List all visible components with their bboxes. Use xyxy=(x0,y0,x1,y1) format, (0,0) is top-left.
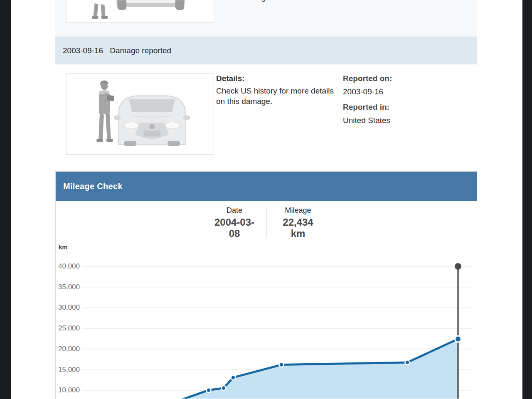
reported-in-value: United States xyxy=(343,115,468,126)
y-axis-tick-label: 15,000 xyxy=(58,365,80,374)
mileage-check-title: Mileage Check xyxy=(63,182,123,191)
headlight-left xyxy=(124,122,139,129)
vehicle-history-report-page: on this damage. 2003-09-16 Damage report… xyxy=(0,0,532,399)
mirror-right xyxy=(183,115,190,120)
brand-logo xyxy=(149,124,155,129)
y-axis-tick-label: 35,000 xyxy=(58,283,80,291)
mileage-chart-area[interactable]: km 40,00035,00030,00025,00020,00015,0001… xyxy=(56,201,477,399)
car-underside xyxy=(116,0,185,10)
previous-section-cropped-text: on this damage. xyxy=(216,0,272,2)
damage-illustration-card xyxy=(66,73,214,155)
clipboard xyxy=(107,95,114,101)
y-axis-tick-label: 40,000 xyxy=(58,262,80,271)
details-label: Details: xyxy=(216,73,342,84)
mileage-check-panel: Mileage Check Date 2004-03- 08 Mileage 2… xyxy=(55,171,477,399)
y-axis-tick-label: 10,000 xyxy=(58,386,80,394)
wheel-right xyxy=(167,141,180,146)
mileage-chart[interactable] xyxy=(56,201,477,399)
details-text: Check US history for more details on thi… xyxy=(216,86,342,106)
damage-event-header: 2003-09-16 Damage reported xyxy=(55,37,477,64)
y-axis-tick-label: 25,000 xyxy=(58,324,80,332)
damage-reported-column: Reported on: 2003-09-16 Reported in: Uni… xyxy=(343,73,468,126)
car-wheel-right xyxy=(175,0,185,10)
right-black-bar xyxy=(522,0,532,399)
y-axis-tick-label: 20,000 xyxy=(58,345,80,353)
wheel-left xyxy=(124,141,136,146)
damage-details-column: Details: Check US history for more detai… xyxy=(216,73,342,106)
reported-on-label: Reported on: xyxy=(343,73,468,84)
mirror-left xyxy=(114,115,121,120)
windshield xyxy=(129,99,175,112)
mileage-check-header: Mileage Check xyxy=(56,172,477,201)
car-front xyxy=(114,96,190,146)
mechanic-figure xyxy=(96,80,114,142)
mechanic-car-partial-illustration xyxy=(66,0,214,22)
mechanic-inspecting-car-illustration xyxy=(66,74,213,153)
y-axis-unit-label: km xyxy=(59,244,68,251)
headlight-right xyxy=(165,122,180,129)
license-plate xyxy=(144,131,160,137)
y-axis-tick-label: 30,000 xyxy=(58,303,80,312)
mechanic-legs xyxy=(92,3,108,19)
left-black-bar xyxy=(0,0,11,399)
previous-damage-illustration-card xyxy=(66,0,214,23)
car-wheel-left xyxy=(117,0,126,10)
damage-event-title: Damage reported xyxy=(110,46,171,55)
damage-event-date: 2003-09-16 xyxy=(63,46,103,55)
reported-on-value: 2003-09-16 xyxy=(343,86,468,97)
reported-in-label: Reported in: xyxy=(343,102,468,113)
